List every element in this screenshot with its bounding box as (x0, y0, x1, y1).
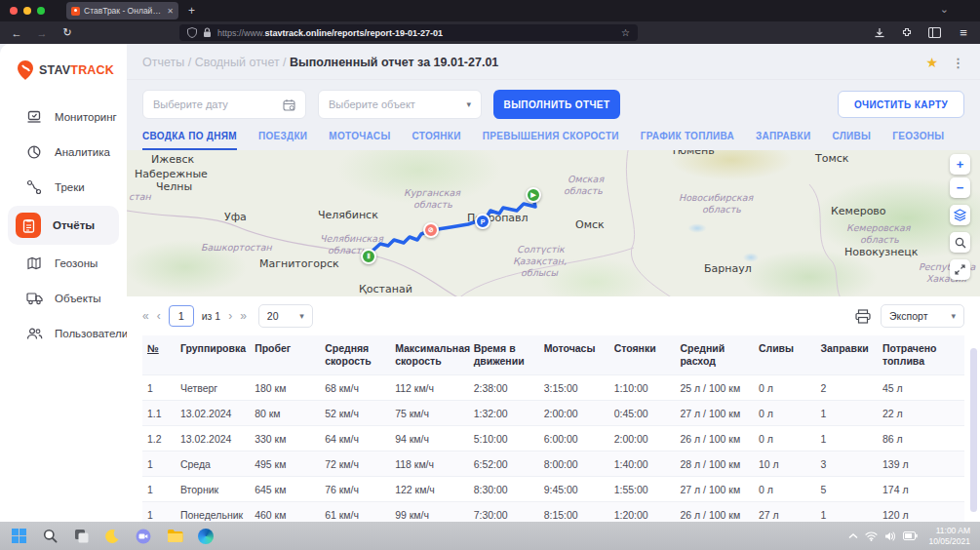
tab-поездки[interactable]: ПОЕЗДКИ (258, 131, 307, 150)
next-page-button[interactable]: › (228, 309, 232, 323)
map-search-button[interactable] (950, 232, 970, 253)
bookmark-star-icon[interactable]: ☆ (621, 27, 630, 38)
column-header[interactable]: Потрачено топлива (878, 335, 964, 375)
window-controls[interactable] (10, 7, 45, 15)
back-button[interactable]: ← (10, 27, 23, 39)
clock-date: 10/05/2021 (928, 536, 970, 546)
new-tab-button[interactable]: + (188, 4, 195, 18)
zoom-out-button[interactable]: − (950, 177, 970, 198)
sidebar-item-reports[interactable]: Отчёты (8, 206, 119, 245)
violation-marker[interactable]: ⊘ (423, 222, 439, 238)
page-size-select[interactable]: 20 ▾ (258, 304, 313, 328)
column-header[interactable]: Группировка (176, 335, 250, 375)
moon-icon (104, 529, 120, 544)
more-options-icon[interactable]: ⋮ (952, 56, 964, 70)
search-icon (43, 529, 58, 543)
table-row[interactable]: 1.213.02.2024330 км64 км/ч94 км/ч5:10:00… (142, 426, 964, 452)
last-page-button[interactable]: » (240, 309, 247, 323)
taskbar-search-button[interactable] (41, 528, 59, 545)
layers-button[interactable] (950, 205, 970, 225)
table-row[interactable]: 1Четверг180 км68 км/ч112 км/ч2:38:003:15… (142, 375, 964, 401)
column-header[interactable]: Средняя скорость (320, 335, 390, 375)
sidebar-item-users[interactable]: Пользователи (8, 317, 119, 350)
route-start-marker[interactable]: ▶ (526, 187, 541, 203)
column-header[interactable]: Стоянки (609, 335, 676, 375)
column-header[interactable]: № (142, 335, 176, 375)
sidebar-item-monitoring[interactable]: Мониторинг (8, 100, 119, 134)
map[interactable]: ИжевскНабережныеЧелныстанУфаБашкортостан… (127, 150, 980, 296)
column-header[interactable]: Пробег (250, 335, 320, 375)
sidebar-item-objects[interactable]: Объекты (8, 282, 119, 315)
task-view-button[interactable] (72, 528, 90, 545)
edge-browser-button[interactable] (197, 528, 215, 545)
table-cell: 75 км/ч (390, 401, 468, 426)
table-cell: 0 л (754, 477, 816, 502)
sidebar-toggle-icon[interactable] (928, 27, 941, 38)
sidebar-item-tracks[interactable]: Треки (8, 171, 119, 204)
print-icon[interactable] (855, 309, 871, 324)
scrollbar-thumb[interactable] (970, 348, 977, 512)
table-row[interactable]: 1Понедельник460 км61 км/ч99 км/ч7:30:008… (142, 502, 964, 522)
table-cell: 1 (815, 426, 878, 452)
column-header[interactable]: Максимальная скорость (390, 335, 468, 375)
table-cell: 3:15:00 (539, 375, 609, 401)
object-select[interactable]: Выберите объект ▾ (318, 90, 482, 119)
forward-button[interactable]: → (35, 27, 49, 39)
battery-icon[interactable] (903, 531, 918, 540)
table-row[interactable]: 1Вторник645 км76 км/ч122 км/ч8:30:009:45… (142, 477, 964, 502)
shield-icon[interactable] (187, 27, 197, 38)
tab-моточасы[interactable]: МОТОЧАСЫ (329, 131, 390, 150)
tab-сводка-по-дням[interactable]: СВОДКА ПО ДНЯМ (142, 131, 237, 150)
favorite-star-icon[interactable]: ★ (925, 55, 938, 70)
tab-стоянки[interactable]: СТОЯНКИ (412, 131, 460, 150)
chat-app-button[interactable] (135, 528, 152, 545)
tabs-list-chevron-icon[interactable]: ⌄ (940, 3, 949, 16)
first-page-button[interactable]: « (142, 309, 149, 323)
zoom-in-button[interactable]: + (950, 154, 970, 175)
table-row[interactable]: 1Среда495 км72 км/ч118 км/ч6:52:008:00:0… (142, 452, 964, 477)
tab-график-топлива[interactable]: ГРАФИК ТОПЛИВА (641, 131, 734, 150)
column-header[interactable]: Моточасы (539, 335, 609, 375)
table-row[interactable]: 1.113.02.202480 км52 км/ч75 км/ч1:32:002… (142, 401, 964, 426)
start-button[interactable] (10, 528, 27, 545)
volume-icon[interactable] (884, 531, 896, 541)
tray-chevron-icon[interactable] (848, 532, 858, 540)
column-header[interactable]: Время в движении (469, 335, 539, 375)
url-bar[interactable]: https://www.stavtrack.online/reports/rep… (179, 24, 638, 41)
menu-icon[interactable]: ≡ (957, 25, 970, 40)
file-explorer-button[interactable] (166, 528, 183, 545)
tab-сливы[interactable]: СЛИВЫ (832, 131, 871, 150)
parking-marker[interactable]: P (475, 214, 490, 229)
run-report-button[interactable]: ВЫПОЛНИТЬ ОТЧЕТ (493, 90, 620, 119)
sidebar-item-geozones[interactable]: Геозоны (8, 247, 119, 280)
column-header[interactable]: Средний расход (675, 335, 753, 375)
route-end-marker[interactable]: Ⅱ (361, 249, 376, 264)
wifi-icon[interactable] (865, 531, 878, 541)
window-close-button[interactable] (10, 7, 18, 15)
extensions-icon[interactable] (901, 27, 913, 39)
reload-button[interactable]: ↻ (60, 26, 74, 39)
fullscreen-button[interactable] (950, 259, 970, 280)
taskbar-clock[interactable]: 11:00 AM 10/05/2021 (928, 526, 970, 545)
clear-map-button[interactable]: ОЧИСТИТЬ КАРТУ (838, 91, 964, 118)
app-logo[interactable]: STAVTRACK (0, 44, 127, 81)
firefox-app-button[interactable] (103, 528, 121, 545)
window-minimize-button[interactable] (23, 7, 31, 15)
tab-превышения-скорости[interactable]: ПРЕВЫШЕНИЯ СКОРОСТИ (483, 131, 619, 150)
tab-заправки[interactable]: ЗАПРАВКИ (756, 131, 810, 150)
downloads-icon[interactable] (874, 27, 885, 39)
column-header[interactable]: Заправки (815, 335, 878, 375)
prev-page-button[interactable]: ‹ (157, 309, 161, 323)
column-header[interactable]: Сливы (754, 335, 816, 375)
table-cell: 52 км/ч (320, 401, 390, 426)
sidebar-item-analytics[interactable]: Аналитика (8, 136, 119, 169)
date-input[interactable]: Выберите дату (142, 90, 306, 119)
tab-геозоны[interactable]: ГЕОЗОНЫ (892, 131, 944, 150)
export-select[interactable]: Экспорт ▾ (881, 304, 964, 328)
lock-icon[interactable] (203, 27, 212, 38)
tab-close-icon[interactable]: ✕ (167, 7, 174, 16)
table-cell: 25 л / 100 км (675, 375, 753, 401)
page-number-input[interactable]: 1 (169, 305, 194, 327)
browser-tab[interactable]: СтавТрак - Онлайн мониторинг ✕ (66, 2, 178, 20)
window-maximize-button[interactable] (37, 7, 45, 15)
